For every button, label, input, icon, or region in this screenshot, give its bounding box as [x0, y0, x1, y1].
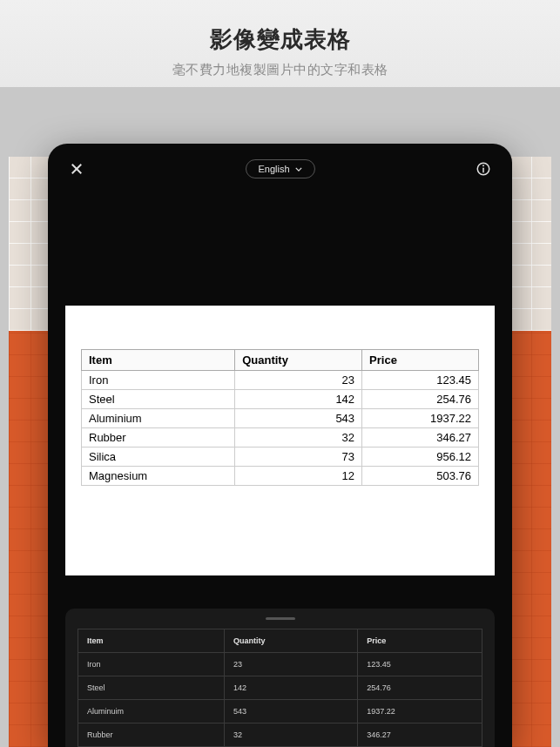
cell-qty: 142 — [224, 676, 357, 700]
app-header: English — [65, 161, 495, 192]
promo-subtitle: 毫不費力地複製圖片中的文字和表格 — [17, 62, 543, 78]
table-row: Rubber 32 346.27 — [78, 723, 482, 747]
cell-price: 1937.22 — [362, 409, 479, 428]
cell-item: Aluminuim — [78, 700, 225, 723]
cell-qty: 23 — [224, 653, 357, 676]
cell-qty: 543 — [224, 700, 357, 723]
table-row: Silica 73 956.12 — [82, 448, 479, 467]
cell-price: 254.76 — [362, 390, 479, 409]
device-frame: English Item Quantity Price Iron — [48, 144, 512, 747]
result-header-quantity: Quantity — [224, 629, 357, 653]
doc-header-quantity: Quantity — [235, 350, 362, 371]
cell-item: Silica — [82, 448, 235, 467]
chevron-down-icon — [295, 167, 302, 172]
result-table: Item Quantity Price Iron 23 123.45 Steel… — [78, 629, 482, 747]
close-icon[interactable] — [69, 161, 84, 177]
cell-item: Iron — [78, 653, 225, 676]
table-row: Rubber 32 346.27 — [82, 428, 479, 448]
document-table: Item Quantity Price Iron 23 123.45 Steel… — [81, 349, 479, 486]
cell-price: 254.76 — [358, 676, 482, 700]
info-icon[interactable] — [476, 161, 491, 177]
cell-qty: 23 — [235, 371, 362, 390]
cell-qty: 543 — [235, 409, 362, 428]
promo-title: 影像變成表格 — [17, 24, 543, 55]
cell-price: 123.45 — [358, 653, 482, 676]
cell-qty: 12 — [235, 467, 362, 486]
table-row: Steel 142 254.76 — [78, 676, 482, 700]
language-label: English — [258, 164, 289, 174]
result-header-price: Price — [358, 629, 482, 653]
cell-price: 346.27 — [362, 428, 479, 448]
table-row: Iron 23 123.45 — [82, 371, 479, 390]
cell-item: Aluminium — [82, 409, 235, 428]
doc-header-item: Item — [82, 350, 235, 371]
drag-handle[interactable] — [266, 617, 295, 620]
cell-price: 503.76 — [362, 467, 479, 486]
cell-price: 123.45 — [362, 371, 479, 390]
table-row: Iron 23 123.45 — [78, 653, 482, 676]
language-selector[interactable]: English — [245, 159, 314, 178]
document-preview: Item Quantity Price Iron 23 123.45 Steel… — [65, 306, 495, 575]
result-header-item: Item — [78, 629, 225, 653]
cell-qty: 32 — [224, 723, 357, 747]
promo-header: 影像變成表格 毫不費力地複製圖片中的文字和表格 — [0, 0, 560, 94]
cell-item: Magnesium — [82, 467, 235, 486]
cell-price: 1937.22 — [358, 700, 482, 723]
table-row: Steel 142 254.76 — [82, 390, 479, 409]
cell-qty: 32 — [235, 428, 362, 448]
cell-price: 346.27 — [358, 723, 482, 747]
cell-qty: 73 — [235, 448, 362, 467]
cell-item: Rubber — [78, 723, 225, 747]
cell-item: Steel — [78, 676, 225, 700]
cell-price: 956.12 — [362, 448, 479, 467]
cell-item: Rubber — [82, 428, 235, 448]
cell-item: Iron — [82, 371, 235, 390]
doc-header-price: Price — [362, 350, 479, 371]
table-row: Magnesium 12 503.76 — [82, 467, 479, 486]
table-row: Aluminuim 543 1937.22 — [78, 700, 482, 723]
result-panel[interactable]: Item Quantity Price Iron 23 123.45 Steel… — [65, 609, 495, 747]
cell-qty: 142 — [235, 390, 362, 409]
table-row: Aluminium 543 1937.22 — [82, 409, 479, 428]
cell-item: Steel — [82, 390, 235, 409]
